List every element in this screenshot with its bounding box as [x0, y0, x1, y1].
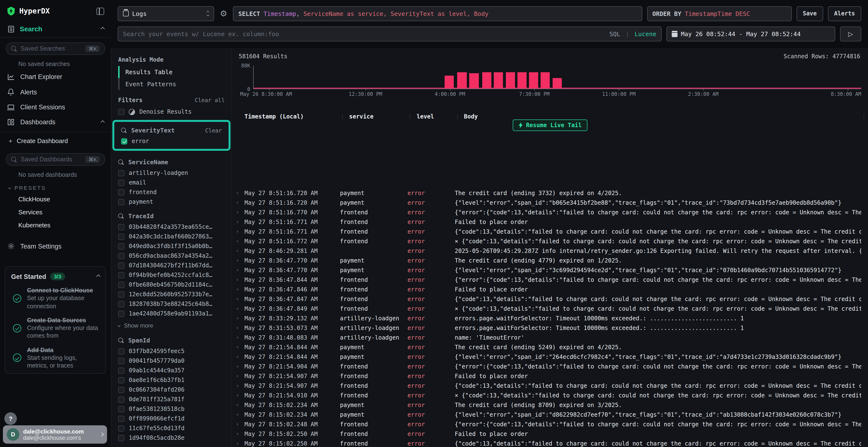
filter-value-row[interactable]: 07d184304627bf2f11b67dd…	[112, 261, 231, 270]
checkbox[interactable]	[118, 272, 124, 278]
help-button[interactable]: ?	[4, 412, 17, 425]
table-row[interactable]: ›May 27 8:15:02.234 AMpaymenterrorThe cr…	[232, 400, 868, 410]
checkbox[interactable]	[121, 138, 127, 144]
filter-value-row[interactable]: 042a30c3dc1baf660b27863…	[112, 232, 231, 241]
filter-value-row[interactable]: 03b44828f42a3573ea655ce…	[112, 222, 231, 232]
checkbox[interactable]	[118, 367, 124, 374]
sidebar-item-dashboards[interactable]: Dashboards	[0, 115, 111, 130]
source-select[interactable]: Logs	[118, 6, 214, 21]
resume-live-tail-button[interactable]: Resume Live Tail	[513, 119, 587, 131]
filter-value-row[interactable]: 0ff8990066efcf1d	[112, 414, 231, 423]
table-row[interactable]: ›May 27 8:15:02.250 AMfrontenderror{"cod…	[232, 439, 868, 447]
get-started-task[interactable]: Connect to ClickHouseSet up your databas…	[13, 286, 100, 310]
filter-value-row[interactable]: 0fae5381230518cb	[112, 404, 231, 414]
table-row[interactable]: ›May 27 8:51:16.770 AMfrontenderror{"err…	[232, 208, 868, 217]
filter-value-row[interactable]: 049ed0ac3fdb1f3f15a0b0b…	[112, 241, 231, 251]
table-row[interactable]: ›May 27 8:36:47.770 AMpaymenterrorThe cr…	[232, 256, 868, 265]
search-icon[interactable]	[121, 128, 127, 133]
table-row[interactable]: ›May 27 8:15:02.234 AMpaymenterror{"leve…	[232, 410, 868, 419]
checkbox[interactable]	[118, 199, 124, 205]
chevron-up-icon[interactable]	[101, 120, 105, 124]
table-row[interactable]: ›May 27 8:21:54.844 AMpaymenterrorThe cr…	[232, 342, 868, 352]
run-query-button[interactable]: ▷	[840, 26, 861, 41]
row-expander[interactable]: ›	[236, 265, 245, 275]
table-row[interactable]: ›May 27 8:36:47.770 AMpaymenterror{"leve…	[232, 265, 868, 275]
table-row[interactable]: ›May 27 8:15:02.248 AMfrontenderror{"err…	[232, 419, 868, 429]
table-row[interactable]: ›May 27 8:21:54.907 AMfrontenderrorFaile…	[232, 371, 868, 381]
row-expander[interactable]: ›	[236, 208, 245, 217]
row-expander[interactable]: ›	[236, 314, 245, 323]
filter-value-row[interactable]: 03f7b824595feec5	[112, 346, 231, 356]
saved-searches-input[interactable]: Saved Searches ⌘K	[6, 42, 105, 55]
search-icon[interactable]	[118, 213, 124, 219]
alerts-button[interactable]: Alerts	[828, 6, 861, 21]
row-expander[interactable]: ›	[236, 342, 245, 352]
checkbox[interactable]	[118, 224, 124, 230]
table-row[interactable]: ›May 27 8:51:16.720 AMpaymenterror{"leve…	[232, 198, 868, 208]
checkbox[interactable]	[118, 435, 124, 441]
checkbox[interactable]	[118, 386, 124, 393]
search-icon[interactable]	[118, 159, 124, 165]
filter-value-row[interactable]: error	[114, 136, 228, 146]
checkbox[interactable]	[118, 425, 124, 431]
filter-value-row[interactable]: payment	[112, 197, 231, 207]
checkbox[interactable]	[118, 170, 124, 176]
checkbox[interactable]	[118, 291, 124, 298]
row-expander[interactable]: ›	[236, 429, 245, 439]
row-expander[interactable]: ›	[236, 304, 245, 314]
row-expander[interactable]: ›	[236, 371, 245, 381]
row-expander[interactable]: ›	[236, 256, 245, 265]
row-expander[interactable]: ›	[236, 227, 245, 237]
filter-value-row[interactable]: 12ec8dd52b60b9525733b7e…	[112, 289, 231, 299]
preset-item-services[interactable]: Services	[0, 206, 111, 219]
table-row[interactable]: ›May 27 8:21:54.844 AMpaymenterror{"leve…	[232, 352, 868, 362]
table-row[interactable]: ›May 27 8:36:47.847 AMfrontenderror{"cod…	[232, 294, 868, 304]
table-row[interactable]: ›May 27 8:21:54.907 AMfrontenderror{"cod…	[232, 381, 868, 391]
get-started-task[interactable]: Add DataStart sending logs, metrics, or …	[13, 346, 100, 370]
row-expander[interactable]: ›	[236, 352, 245, 362]
checkbox[interactable]	[118, 301, 124, 307]
row-expander[interactable]: ›	[236, 391, 245, 400]
row-expander[interactable]: ›	[236, 439, 245, 447]
checkbox[interactable]	[118, 253, 124, 259]
row-expander[interactable]: ›	[236, 381, 245, 391]
checkbox[interactable]	[118, 281, 124, 288]
row-expander[interactable]: ›	[236, 198, 245, 208]
save-button[interactable]: Save	[796, 6, 823, 21]
row-expander[interactable]: ›	[236, 333, 245, 342]
sidebar-item-team-settings[interactable]: Team Settings	[0, 238, 111, 254]
checkbox[interactable]	[118, 415, 124, 422]
table-row[interactable]: ›May 27 8:51:16.771 AMfrontenderrorFaile…	[232, 217, 868, 227]
row-expander[interactable]: ›	[236, 237, 245, 246]
source-settings-gear-icon[interactable]: ⚙	[219, 9, 228, 18]
checkbox[interactable]	[118, 189, 124, 195]
clear-all-button[interactable]: Clear all	[194, 97, 225, 104]
table-row[interactable]: ›May 27 8:21:54.904 AMfrontenderror{"err…	[232, 362, 868, 371]
chevron-up-icon[interactable]	[96, 275, 100, 279]
table-row[interactable]: ›May 27 8:51:16.771 AMfrontenderror{"cod…	[232, 227, 868, 237]
chevron-up-icon[interactable]	[101, 27, 105, 31]
column-resize-handle[interactable]: ⋮	[407, 113, 413, 120]
filter-value-row[interactable]: 1d94f08c5acdb28e	[112, 433, 231, 443]
table-row[interactable]: ›May 27 8:21:54.910 AMfrontenderror× {"c…	[232, 391, 868, 400]
order-by-input[interactable]: ORDER BY TimestampTime DESC	[647, 6, 792, 21]
filter-value-row[interactable]: frontend	[112, 187, 231, 197]
filter-value-row[interactable]: artillery-loadgen	[112, 168, 231, 178]
filter-value-row[interactable]: 18287038b73e882425c64b8…	[112, 299, 231, 309]
filter-value-row[interactable]: 09041fb457779da0	[112, 356, 231, 366]
user-menu[interactable]: D dale@clickhouse.com dale@clickhouse.co…	[3, 425, 107, 444]
table-row[interactable]: ›May 27 8:15:02.250 AMfrontenderrorFaile…	[232, 429, 868, 439]
filter-value-row[interactable]: 0f94b9befe0b4252ccfa1c8…	[112, 270, 231, 280]
date-range-picker[interactable]: May 26 08:52:44 - May 27 08:52:44	[666, 26, 835, 41]
row-expander[interactable]: ›	[236, 400, 245, 410]
mode-lucene-toggle[interactable]: Lucene	[634, 30, 656, 37]
checkbox[interactable]	[118, 179, 124, 186]
column-resize-handle[interactable]: ⋮	[340, 113, 345, 120]
table-row[interactable]: ›May 27 8:31:48.083 AMartillery-loadgene…	[232, 333, 868, 342]
create-dashboard-button[interactable]: + Create Dashboard	[0, 132, 111, 148]
row-expander[interactable]: ›	[236, 275, 245, 285]
filter-value-row[interactable]: 0fbe680eb456750b2d1184c…	[112, 280, 231, 289]
select-columns-input[interactable]: SELECT Timestamp, ServiceName as service…	[233, 6, 642, 21]
checkbox[interactable]	[118, 262, 124, 269]
filter-value-row[interactable]: 0de781ff325a781f	[112, 394, 231, 404]
